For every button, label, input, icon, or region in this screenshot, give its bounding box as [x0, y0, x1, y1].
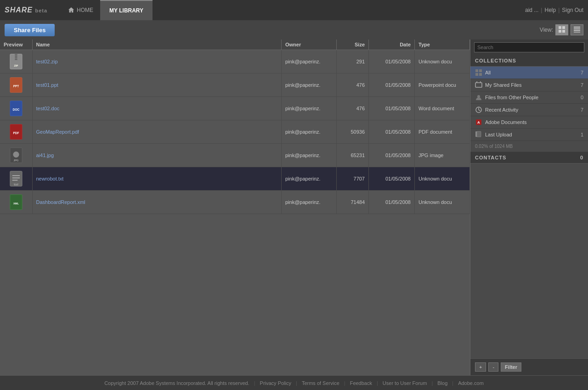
signout-link[interactable]: Sign Out: [562, 7, 583, 13]
preview-cell: PDF: [0, 120, 32, 144]
date-cell: 01/05/2008: [369, 120, 415, 144]
type-cell: Unknown docu: [415, 50, 470, 73]
date-cell: 01/05/2008: [369, 167, 415, 191]
file-name-cell[interactable]: test02.doc: [32, 97, 282, 120]
table-row: PDF GeoMapReport.pdf pink@paperinz. 5093…: [0, 120, 470, 144]
collections-header: COLLECTIONS: [470, 55, 588, 67]
contacts-count: 0: [580, 155, 583, 160]
preview-cell: ZIP: [0, 50, 32, 73]
view-grid-button[interactable]: [555, 24, 568, 35]
collection-item-last-upload[interactable]: Last Upload 1: [470, 129, 588, 141]
help-link[interactable]: Help: [544, 7, 556, 13]
file-name-cell[interactable]: ai41.jpg: [32, 144, 282, 167]
recent-icon: [475, 106, 482, 113]
file-icon-txt: TXT: [6, 169, 26, 188]
adobe-icon: A: [475, 119, 482, 126]
file-icon-doc: DOC: [6, 99, 26, 118]
nav-home-link[interactable]: HOME: [61, 0, 100, 20]
view-list-button[interactable]: [571, 24, 583, 35]
filter-button[interactable]: Filter: [501, 362, 521, 372]
svg-rect-32: [475, 69, 478, 72]
all-icon: [475, 69, 482, 76]
user-forum-link[interactable]: User to User Forum: [383, 380, 427, 386]
owner-cell: pink@paperinz.: [282, 191, 337, 214]
nav-mylibrary[interactable]: MY LIBRARY: [100, 0, 153, 20]
col-type[interactable]: Type: [415, 40, 470, 50]
col-count-my-shared: 7: [581, 82, 583, 88]
file-name-cell[interactable]: DashboardReport.xml: [32, 191, 282, 214]
logo-share: SHARE: [5, 6, 33, 14]
collection-item-from-others[interactable]: Files from Other People 0: [470, 91, 588, 104]
file-table: Preview Name Owner Size Date Type ZIP te…: [0, 40, 470, 214]
grid-view-icon: [559, 26, 565, 33]
svg-rect-36: [475, 83, 482, 87]
svg-rect-3: [562, 30, 565, 33]
toolbar: Share Files View:: [0, 20, 588, 40]
type-cell: PDF document: [415, 120, 470, 144]
table-row: ZIP test02.zip pink@paperinz. 291 01/05/…: [0, 50, 470, 73]
size-cell: 7707: [337, 167, 369, 191]
svg-text:ZIP: ZIP: [14, 64, 18, 67]
col-owner[interactable]: Owner: [282, 40, 337, 50]
owner-cell: pink@paperinz.: [282, 167, 337, 191]
file-name-cell[interactable]: test01.ppt: [32, 73, 282, 97]
nav-mylibrary-label: MY LIBRARY: [109, 7, 143, 14]
sep2: |: [558, 7, 560, 13]
file-icon-pdf: PDF: [6, 122, 26, 141]
remove-collection-button[interactable]: -: [488, 362, 498, 372]
collection-item-adobe[interactable]: A Adobe Documents: [470, 116, 588, 129]
search-input[interactable]: [474, 42, 584, 52]
svg-rect-2: [559, 30, 561, 33]
size-cell: 476: [337, 97, 369, 120]
size-cell: 291: [337, 50, 369, 73]
footer: Copyright 2007 Adobe Systems Incorporate…: [0, 375, 588, 390]
footer-sep2: |: [296, 380, 297, 386]
user-name-link[interactable]: aid ...: [525, 7, 538, 13]
table-header-row: Preview Name Owner Size Date Type: [0, 40, 470, 50]
file-name-cell[interactable]: test02.zip: [32, 50, 282, 73]
svg-rect-0: [559, 26, 561, 29]
size-cell: 50936: [337, 120, 369, 144]
privacy-link[interactable]: Privacy Policy: [260, 380, 291, 386]
svg-rect-1: [562, 26, 565, 29]
col-name[interactable]: Name: [32, 40, 282, 50]
date-cell: 01/05/2008: [369, 73, 415, 97]
file-name-cell[interactable]: GeoMapReport.pdf: [32, 120, 282, 144]
share-files-button[interactable]: Share Files: [5, 24, 55, 36]
add-collection-button[interactable]: +: [475, 362, 486, 372]
type-cell: Unknown docu: [415, 167, 470, 191]
footer-sep4: |: [377, 380, 378, 386]
file-name-cell[interactable]: newrobot.txt: [32, 167, 282, 191]
svg-text:DOC: DOC: [12, 108, 19, 111]
table-row: TXT newrobot.txt pink@paperinz. 7707 01/…: [0, 167, 470, 191]
collection-item-all[interactable]: All 7: [470, 67, 588, 79]
blog-link[interactable]: Blog: [437, 380, 447, 386]
size-cell: 476: [337, 73, 369, 97]
owner-cell: pink@paperinz.: [282, 120, 337, 144]
svg-text:XML: XML: [13, 202, 19, 205]
svg-rect-33: [479, 69, 482, 72]
file-table-body: ZIP test02.zip pink@paperinz. 291 01/05/…: [0, 50, 470, 214]
svg-rect-5: [574, 28, 580, 29]
feedback-link[interactable]: Feedback: [350, 380, 372, 386]
svg-text:TXT: TXT: [13, 183, 18, 186]
preview-cell: TXT: [0, 167, 32, 191]
preview-cell: DOC: [0, 97, 32, 120]
svg-text:PPT: PPT: [13, 85, 19, 88]
collection-item-my-shared[interactable]: My Shared Files 7: [470, 79, 588, 91]
sidebar: COLLECTIONS All 7 My Shared Files 7 File…: [470, 40, 588, 375]
home-icon: [68, 7, 74, 13]
preview-cell: XML: [0, 191, 32, 214]
collection-item-recent[interactable]: Recent Activity 7: [470, 104, 588, 116]
view-label: View:: [540, 27, 553, 33]
footer-sep1: |: [254, 380, 255, 386]
sep1: |: [541, 7, 542, 13]
copyright-text: Copyright 2007 Adobe Systems Incorporate…: [104, 380, 249, 386]
main-area: Preview Name Owner Size Date Type ZIP te…: [0, 40, 588, 375]
adobe-link[interactable]: Adobe.com: [458, 380, 484, 386]
col-size[interactable]: Size: [337, 40, 369, 50]
col-date[interactable]: Date: [369, 40, 415, 50]
terms-link[interactable]: Terms of Service: [302, 380, 339, 386]
footer-sep6: |: [452, 380, 453, 386]
svg-rect-7: [574, 32, 580, 33]
